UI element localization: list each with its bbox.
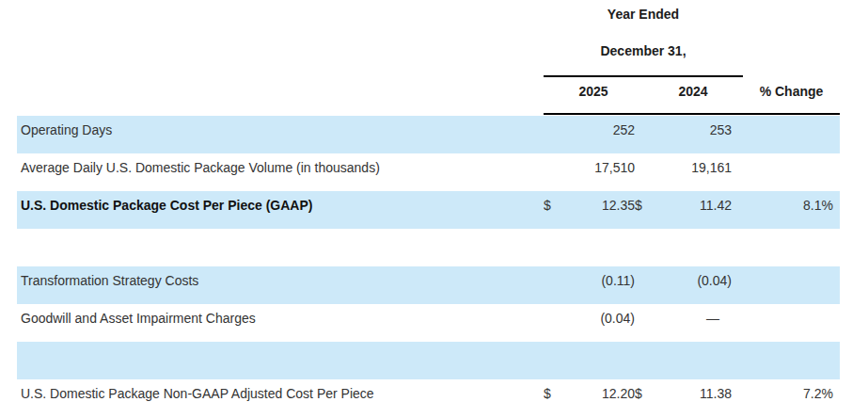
row-label	[17, 229, 544, 266]
cost-per-piece-table: Year Ended December 31, 2025 2024 % Chan…	[0, 0, 868, 418]
row-label: U.S. Domestic Package Cost Per Piece (GA…	[17, 191, 544, 229]
value-2024: (0.04)	[648, 266, 732, 304]
value-2025: 252	[557, 116, 635, 153]
value-percent-change: 7.2%	[732, 379, 840, 414]
currency-symbol-2025	[544, 153, 557, 191]
table-body: Operating Days 252 253 Average Daily U.S…	[17, 116, 840, 414]
value-2024: 253	[648, 116, 732, 153]
header-rule-over-years	[544, 75, 743, 77]
value-percent-change	[732, 153, 840, 191]
currency-symbol-2025	[544, 266, 557, 304]
currency-symbol-2024	[635, 116, 648, 153]
currency-symbol-2025: $	[544, 191, 557, 229]
value-percent-change	[732, 229, 840, 266]
value-percent-change	[732, 342, 840, 379]
header-rule-bottom	[544, 113, 840, 115]
table-row-goodwill-impairment-charges: Goodwill and Asset Impairment Charges (0…	[17, 304, 840, 342]
row-label: U.S. Domestic Package Non-GAAP Adjusted …	[17, 379, 544, 414]
currency-symbol-2024	[635, 304, 648, 342]
currency-symbol-2025	[544, 342, 557, 379]
value-2025: (0.04)	[557, 304, 635, 342]
value-2024: 11.38	[648, 379, 732, 414]
table-row-average-daily-volume: Average Daily U.S. Domestic Package Volu…	[17, 153, 840, 191]
table-row-cost-per-piece-gaap: U.S. Domestic Package Cost Per Piece (GA…	[17, 191, 840, 229]
header-period-december-31: December 31,	[544, 43, 743, 58]
column-header-2025: 2025	[544, 84, 643, 99]
value-2025	[557, 229, 635, 266]
row-label: Goodwill and Asset Impairment Charges	[17, 304, 544, 342]
value-percent-change	[732, 116, 840, 153]
column-header-percent-change: % Change	[743, 84, 840, 99]
value-2025: 12.20	[557, 379, 635, 414]
spacer-row	[17, 229, 840, 266]
currency-symbol-2025: $	[544, 379, 557, 414]
currency-symbol-2024	[635, 153, 648, 191]
value-2024	[648, 229, 732, 266]
value-percent-change	[732, 304, 840, 342]
row-label: Average Daily U.S. Domestic Package Volu…	[17, 153, 544, 191]
column-header-2024: 2024	[643, 84, 743, 99]
currency-symbol-2024	[635, 229, 648, 266]
currency-symbol-2025	[544, 116, 557, 153]
currency-symbol-2025	[544, 229, 557, 266]
currency-symbol-2024: $	[635, 191, 648, 229]
row-label: Operating Days	[17, 116, 544, 153]
table-row-non-gaap-adjusted-cost-per-piece: U.S. Domestic Package Non-GAAP Adjusted …	[17, 379, 840, 414]
value-2025: 12.35	[557, 191, 635, 229]
value-2024	[648, 342, 732, 379]
header-period-year-ended: Year Ended	[544, 7, 743, 22]
value-2025: 17,510	[557, 153, 635, 191]
value-2024: —	[648, 304, 732, 342]
currency-symbol-2024	[635, 266, 648, 304]
value-percent-change: 8.1%	[732, 191, 840, 229]
table-row-transformation-strategy-costs: Transformation Strategy Costs (0.11) (0.…	[17, 266, 840, 304]
value-2024: 19,161	[648, 153, 732, 191]
value-2024: 11.42	[648, 191, 732, 229]
currency-symbol-2024	[635, 342, 648, 379]
value-2025: (0.11)	[557, 266, 635, 304]
row-label: Transformation Strategy Costs	[17, 266, 544, 304]
currency-symbol-2025	[544, 304, 557, 342]
table-row-operating-days: Operating Days 252 253	[17, 116, 840, 153]
row-label	[17, 342, 544, 379]
spacer-row	[17, 342, 840, 379]
currency-symbol-2024: $	[635, 379, 648, 414]
value-2025	[557, 342, 635, 379]
value-percent-change	[732, 266, 840, 304]
